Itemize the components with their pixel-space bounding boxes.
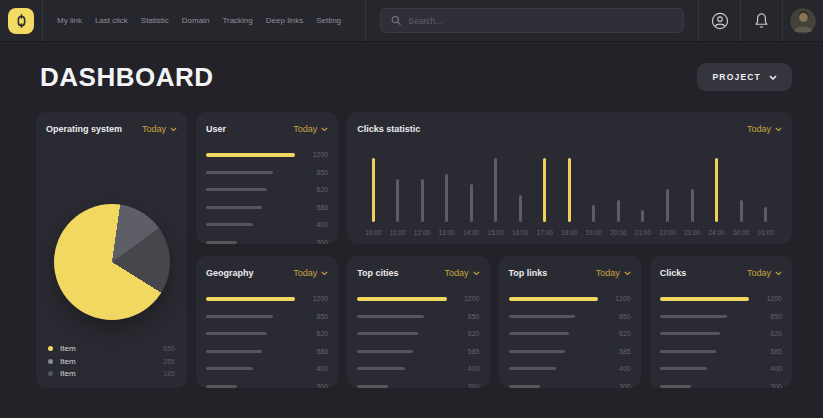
time-label: 22:00: [659, 229, 675, 236]
period-label: Today: [747, 268, 771, 278]
vbar-column: 01:00: [758, 146, 774, 236]
period-dropdown[interactable]: Today: [142, 124, 177, 134]
vbar-holder: [421, 158, 424, 222]
nav-item-last-click[interactable]: Last click: [95, 16, 128, 25]
hbar-value: 1200: [303, 295, 328, 302]
vbar-column: 18:00: [561, 146, 577, 236]
vbar: [568, 158, 572, 222]
nav-item-setting[interactable]: Setting: [316, 16, 341, 25]
time-label: 20:00: [610, 229, 626, 236]
legend-label: Item: [60, 344, 156, 353]
account-button[interactable]: [699, 0, 740, 41]
vbar-column: 19:00: [586, 146, 602, 236]
avatar-image: [790, 8, 816, 34]
vbar-holder: [592, 158, 595, 222]
period-dropdown[interactable]: Today: [293, 268, 328, 278]
period-label: Today: [142, 124, 166, 134]
time-label: 19:00: [586, 229, 602, 236]
hbar-track: [509, 315, 598, 318]
legend-item: Item650: [48, 344, 175, 353]
hbar-value: 300: [303, 239, 328, 244]
hbar: [660, 332, 721, 335]
vbar-holder: [666, 158, 669, 222]
hbar: [660, 350, 716, 353]
vbar-holder: [715, 158, 719, 222]
user-avatar[interactable]: [790, 8, 816, 34]
vbar: [764, 207, 767, 222]
hbar-value: 400: [303, 221, 328, 228]
vbar-column: 17:00: [537, 146, 553, 236]
time-label: 16:00: [512, 229, 528, 236]
hbar-row: 850: [509, 308, 631, 326]
nav-item-my-link[interactable]: My link: [57, 16, 82, 25]
project-dropdown-label: PROJECT: [712, 72, 761, 82]
hbar-row: 1200: [357, 290, 479, 308]
hbar-row: 585: [206, 199, 328, 217]
time-label: 21:00: [635, 229, 651, 236]
card-title: Top links: [509, 268, 548, 278]
vbar: [494, 158, 497, 222]
vbar-holder: [396, 158, 399, 222]
hbar: [206, 332, 267, 335]
search-bar[interactable]: [380, 8, 684, 33]
hbar-value: 620: [455, 330, 480, 337]
card-operating-system: Operating system Today Item650Item285Ite…: [36, 112, 187, 388]
vbar: [691, 189, 694, 222]
hbar-row: 850: [660, 308, 782, 326]
hbar-row: 300: [357, 378, 479, 389]
nav-item-deep-links[interactable]: Deep links: [266, 16, 303, 25]
card-head: User Today: [206, 124, 328, 134]
hbar-track: [357, 367, 446, 370]
period-dropdown[interactable]: Today: [747, 124, 782, 134]
period-label: Today: [293, 268, 317, 278]
hbar-value: 850: [303, 313, 328, 320]
pie-chart: [54, 204, 170, 320]
hbar: [206, 367, 253, 370]
vbar: [592, 205, 595, 222]
hbar-row: 1200: [660, 290, 782, 308]
hbar-row: 585: [660, 343, 782, 361]
card-title: Top cities: [357, 268, 398, 278]
period-dropdown[interactable]: Today: [444, 268, 479, 278]
vbar: [617, 200, 620, 222]
nav-item-domain[interactable]: Domain: [182, 16, 210, 25]
period-label: Today: [747, 124, 771, 134]
period-dropdown[interactable]: Today: [747, 268, 782, 278]
hbar-chart: 1200850620585400300: [206, 290, 328, 388]
hbar-chart: 1200850620585400300: [206, 146, 328, 244]
time-label: 00:00: [733, 229, 749, 236]
card-user: User Today 1200850620585400300: [196, 112, 338, 244]
hbar-row: 620: [509, 325, 631, 343]
hbar-row: 400: [660, 360, 782, 378]
card-head: Operating system Today: [46, 124, 177, 134]
hbar-track: [509, 350, 598, 353]
pie-legend: Item650Item285Item185: [46, 344, 177, 380]
card-title: User: [206, 124, 226, 134]
hbar-track: [660, 315, 749, 318]
notifications-button[interactable]: [741, 0, 782, 41]
chevron-down-icon: [624, 271, 631, 276]
search-input[interactable]: [408, 16, 673, 26]
time-label: 12:00: [414, 229, 430, 236]
navbar: My linkLast clickStatisticDomainTracking…: [0, 0, 823, 42]
period-dropdown[interactable]: Today: [293, 124, 328, 134]
hbar-value: 400: [303, 365, 328, 372]
hbar-track: [206, 241, 295, 244]
hbar-chart: 1200850620585400300: [357, 290, 479, 388]
period-dropdown[interactable]: Today: [596, 268, 631, 278]
chevron-down-icon: [321, 271, 328, 276]
vbar-holder: [568, 158, 572, 222]
vbar-holder: [691, 158, 694, 222]
hbar-value: 300: [455, 383, 480, 388]
hbar: [206, 188, 267, 191]
project-dropdown[interactable]: PROJECT: [697, 63, 792, 91]
app-logo[interactable]: [8, 8, 34, 34]
hbar-row: 300: [206, 234, 328, 245]
page-title: DASHBOARD: [40, 62, 214, 93]
hbar: [660, 385, 691, 388]
nav-item-tracking[interactable]: Tracking: [222, 16, 252, 25]
vbar-column: 21:00: [635, 146, 651, 236]
hbar: [206, 223, 253, 226]
hbar-row: 585: [206, 343, 328, 361]
nav-item-statistic[interactable]: Statistic: [141, 16, 169, 25]
